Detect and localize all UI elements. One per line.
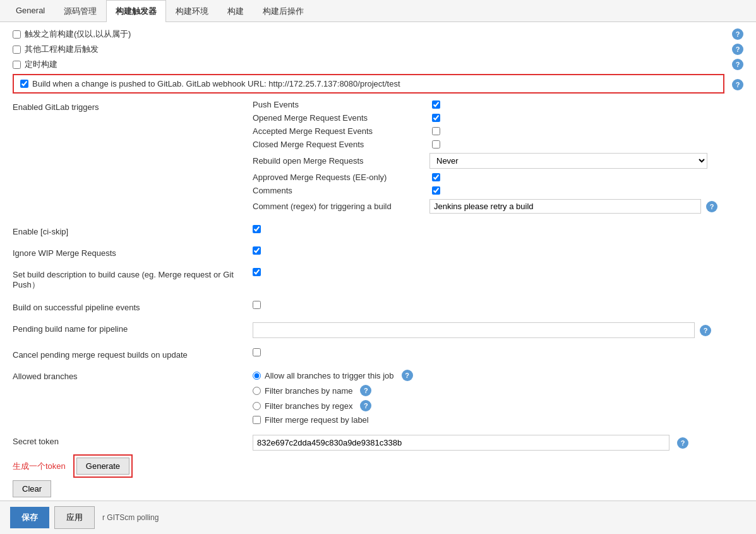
secret-token-row: Secret token ? 生成一个token Generate Clear bbox=[13, 432, 743, 500]
ignore-wip-checkbox[interactable] bbox=[253, 246, 261, 255]
allow-all-branches-help-icon[interactable]: ? bbox=[402, 370, 413, 381]
closed-merge-checkbox[interactable] bbox=[432, 140, 440, 149]
bottom-note: r GITScm polling bbox=[102, 513, 159, 522]
prev-build-help-icon[interactable]: ? bbox=[732, 28, 743, 40]
bottom-bar: 保存 应用 r GITScm polling bbox=[0, 501, 756, 534]
accepted-merge-label: Accepted Merge Request Events bbox=[253, 126, 373, 136]
other-build-help-icon[interactable]: ? bbox=[732, 44, 743, 55]
tab-env[interactable]: 构建环境 bbox=[166, 0, 218, 22]
filter-by-label-label: Filter merge request by label bbox=[265, 415, 369, 425]
other-build-row: 其他工程构建后触发 ? bbox=[13, 44, 743, 59]
gitlab-build-help-icon[interactable]: ? bbox=[732, 79, 743, 90]
closed-merge-row: Closed Merge Request Events bbox=[253, 140, 743, 149]
apply-button[interactable]: 应用 bbox=[54, 506, 95, 529]
other-build-label: 其他工程构建后触发 bbox=[25, 44, 99, 55]
pipeline-events-checkbox[interactable] bbox=[253, 301, 261, 309]
build-desc-label: Set build description to build cause (eg… bbox=[13, 270, 234, 289]
accepted-merge-checkbox[interactable] bbox=[432, 127, 440, 135]
pending-build-label: Pending build name for pipeline bbox=[13, 324, 128, 334]
pending-build-row: Pending build name for pipeline ? bbox=[13, 320, 743, 341]
build-desc-checkbox[interactable] bbox=[253, 268, 261, 276]
allow-all-branches-label: Allow all branches to trigger this job bbox=[265, 371, 394, 380]
filter-by-name-label: Filter branches by name bbox=[265, 386, 352, 396]
tab-build[interactable]: 构建 bbox=[218, 0, 253, 22]
pipeline-events-row: Build on successful pipeline events bbox=[13, 298, 743, 315]
prev-build-row: 触发之前构建(仅以,以从属于) ? bbox=[13, 28, 743, 44]
gitlab-triggers-section: Enabled GitLab triggers Push Events Open… bbox=[13, 100, 743, 217]
scheduled-label: 定时构建 bbox=[25, 59, 57, 70]
secret-token-help-icon[interactable]: ? bbox=[677, 437, 688, 449]
filter-by-label-checkbox[interactable] bbox=[253, 416, 261, 424]
comment-regex-input[interactable] bbox=[429, 199, 701, 214]
comments-row: Comments bbox=[253, 186, 743, 195]
tab-source[interactable]: 源码管理 bbox=[54, 0, 106, 22]
tab-general[interactable]: General bbox=[6, 0, 54, 22]
tab-bar: General 源码管理 构建触发器 构建环境 构建 构建后操作 bbox=[0, 0, 756, 22]
gitlab-build-row: Build when a change is pushed to GitLab.… bbox=[13, 74, 743, 100]
push-events-checkbox[interactable] bbox=[432, 100, 440, 109]
opened-merge-checkbox[interactable] bbox=[432, 114, 440, 122]
clear-button[interactable]: Clear bbox=[13, 480, 51, 497]
comment-regex-label: Comment (regex) for triggering a build bbox=[253, 202, 392, 211]
pipeline-events-label: Build on successful pipeline events bbox=[13, 303, 140, 312]
comments-checkbox[interactable] bbox=[432, 186, 440, 195]
tab-post[interactable]: 构建后操作 bbox=[253, 0, 313, 22]
scheduled-checkbox[interactable] bbox=[13, 61, 21, 69]
gitlab-triggers-label: Enabled GitLab triggers bbox=[13, 102, 99, 112]
filter-by-regex-help-icon[interactable]: ? bbox=[360, 400, 371, 411]
approved-merge-label: Approved Merge Requests (EE-only) bbox=[253, 173, 387, 182]
comment-regex-help-icon[interactable]: ? bbox=[706, 201, 717, 212]
filter-by-label-row: Filter merge request by label bbox=[253, 415, 413, 425]
rebuild-merge-row: Rebuild open Merge Requests Never On pus… bbox=[253, 153, 743, 169]
comments-label: Comments bbox=[253, 186, 292, 195]
generate-hint: 生成一个token bbox=[13, 461, 66, 472]
filter-by-regex-row: Filter branches by regex ? bbox=[253, 400, 413, 411]
rebuild-merge-select[interactable]: Never On push to source branch On push t… bbox=[429, 153, 707, 169]
closed-merge-label: Closed Merge Request Events bbox=[253, 140, 364, 149]
filter-by-name-row: Filter branches by name ? bbox=[253, 385, 413, 396]
filter-by-regex-radio[interactable] bbox=[253, 402, 261, 410]
build-desc-row: Set build description to build cause (eg… bbox=[13, 265, 743, 293]
secret-token-label: Secret token bbox=[13, 437, 59, 446]
ignore-wip-row: Ignore WIP Merge Requests bbox=[13, 244, 743, 260]
prev-build-label: 触发之前构建(仅以,以从属于) bbox=[25, 28, 131, 40]
gitlab-build-checkbox[interactable] bbox=[20, 80, 28, 88]
generate-btn-wrapper: Generate bbox=[73, 454, 133, 478]
gitlab-build-label: Build when a change is pushed to GitLab.… bbox=[32, 79, 400, 88]
allowed-branches-row: Allowed branches Allow all branches to t… bbox=[13, 367, 743, 427]
filter-by-name-help-icon[interactable]: ? bbox=[360, 385, 371, 396]
opened-merge-label: Opened Merge Request Events bbox=[253, 113, 368, 123]
scheduled-help-icon[interactable]: ? bbox=[732, 59, 743, 70]
accepted-merge-row: Accepted Merge Request Events bbox=[253, 126, 743, 136]
save-button[interactable]: 保存 bbox=[10, 507, 49, 528]
allow-all-branches-row: Allow all branches to trigger this job ? bbox=[253, 370, 413, 381]
ci-skip-checkbox[interactable] bbox=[253, 225, 261, 233]
other-build-checkbox[interactable] bbox=[13, 46, 21, 54]
push-events-row: Push Events bbox=[253, 100, 743, 109]
pending-build-input[interactable] bbox=[253, 322, 695, 338]
push-events-label: Push Events bbox=[253, 100, 299, 109]
filter-by-regex-label: Filter branches by regex bbox=[265, 401, 352, 411]
allow-all-branches-radio[interactable] bbox=[253, 372, 261, 380]
generate-button[interactable]: Generate bbox=[76, 458, 129, 475]
secret-token-input[interactable] bbox=[253, 435, 669, 451]
tab-triggers[interactable]: 构建触发器 bbox=[106, 0, 166, 22]
cancel-pending-label: Cancel pending merge request builds on u… bbox=[13, 350, 188, 360]
allowed-branches-label: Allowed branches bbox=[13, 372, 78, 381]
rebuild-merge-label: Rebuild open Merge Requests bbox=[253, 156, 364, 166]
scheduled-row: 定时构建 ? bbox=[13, 59, 743, 74]
cancel-pending-checkbox[interactable] bbox=[253, 348, 261, 356]
ignore-wip-label: Ignore WIP Merge Requests bbox=[13, 248, 116, 258]
pending-build-help-icon[interactable]: ? bbox=[700, 325, 711, 336]
opened-merge-row: Opened Merge Request Events bbox=[253, 113, 743, 123]
comment-regex-row: Comment (regex) for triggering a build ? bbox=[253, 199, 743, 214]
prev-build-checkbox[interactable] bbox=[13, 30, 21, 39]
cancel-pending-row: Cancel pending merge request builds on u… bbox=[13, 346, 743, 362]
filter-by-name-radio[interactable] bbox=[253, 387, 261, 395]
approved-merge-checkbox[interactable] bbox=[432, 173, 440, 181]
ci-skip-row: Enable [ci-skip] bbox=[13, 222, 743, 239]
approved-merge-row: Approved Merge Requests (EE-only) bbox=[253, 173, 743, 182]
ci-skip-label: Enable [ci-skip] bbox=[13, 227, 68, 236]
